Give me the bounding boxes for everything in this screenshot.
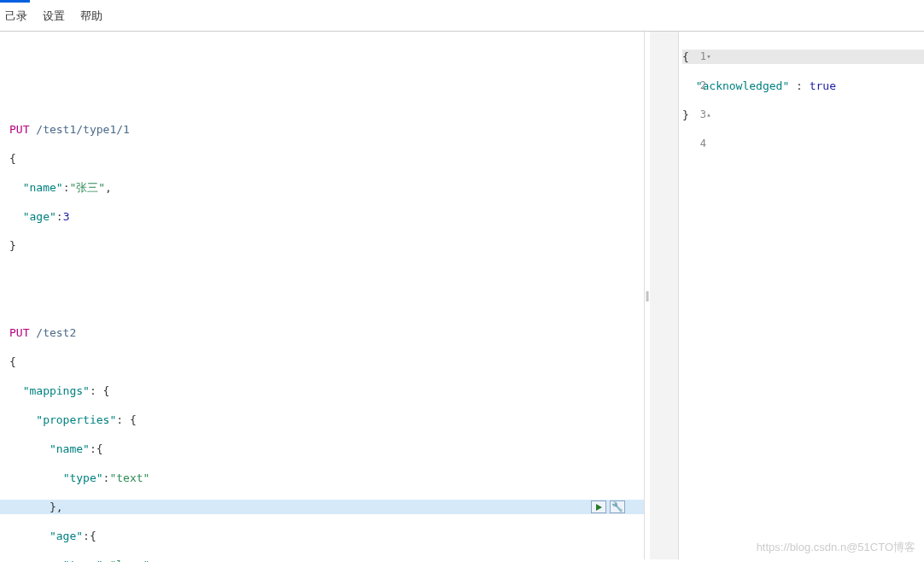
menu-settings[interactable]: 设置: [43, 9, 65, 24]
code-line[interactable]: "age":3: [9, 209, 644, 224]
code-line[interactable]: "age":{: [9, 529, 644, 543]
request-editor[interactable]: 🔧 PUT /test1/type1/1 { "name":"张三", "age…: [0, 32, 644, 562]
menu-history[interactable]: 己录: [5, 9, 27, 24]
line-actions: 🔧: [591, 500, 625, 514]
response-viewer[interactable]: 1▾{ 2 "acknowledged" : true 3▴} 4: [650, 32, 924, 180]
result-pane: 1▾{ 2 "acknowledged" : true 3▴} 4: [650, 32, 924, 559]
code-line[interactable]: PUT /test1/type1/1: [9, 122, 644, 137]
result-line: 2 "acknowledged" : true: [682, 79, 924, 93]
editor-pane[interactable]: 🔧 PUT /test1/type1/1 { "name":"张三", "age…: [0, 32, 645, 559]
fold-icon[interactable]: ▴: [706, 108, 711, 122]
main-split: 🔧 PUT /test1/type1/1 { "name":"张三", "age…: [0, 32, 924, 559]
play-icon: [596, 504, 602, 511]
code-line[interactable]: "mappings": {: [9, 383, 644, 398]
code-line[interactable]: "properties": {: [9, 413, 644, 427]
result-line: 3▴}: [682, 108, 924, 122]
code-line[interactable]: PUT /test2: [9, 325, 644, 340]
watermark: https://blog.csdn.n@51CTO博客: [757, 540, 915, 555]
code-line[interactable]: "name":{: [9, 442, 644, 456]
code-line[interactable]: [9, 267, 644, 282]
result-gutter: [650, 32, 679, 559]
code-line[interactable]: [9, 296, 644, 311]
code-line[interactable]: "name":"张三",: [9, 180, 644, 195]
run-button[interactable]: [591, 501, 606, 513]
fold-icon[interactable]: ▾: [706, 50, 711, 64]
code-line[interactable]: "type":"text": [9, 471, 644, 485]
code-line[interactable]: {: [9, 151, 644, 166]
menu-help[interactable]: 帮助: [80, 9, 102, 24]
code-line[interactable]: }: [9, 238, 644, 253]
result-line: 1▾{: [682, 50, 924, 64]
wrench-icon: 🔧: [611, 500, 623, 514]
menu-bar: 己录 设置 帮助: [0, 3, 924, 32]
wrench-button[interactable]: 🔧: [610, 501, 625, 513]
code-line[interactable]: "type":"long": [9, 558, 644, 562]
code-line[interactable]: {: [9, 354, 644, 369]
result-line: 4: [682, 137, 924, 151]
code-line[interactable]: },: [9, 500, 644, 514]
